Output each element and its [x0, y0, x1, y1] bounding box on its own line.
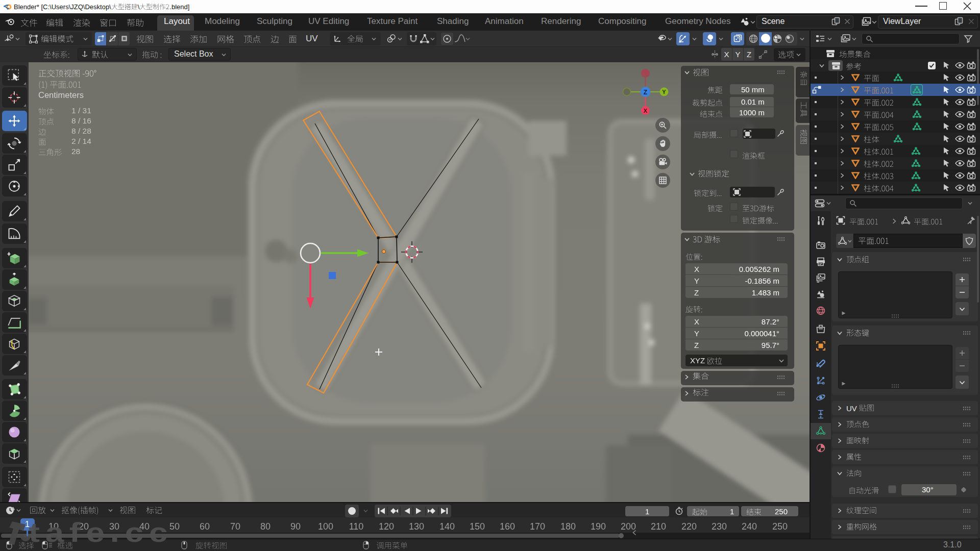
svg-text:Z: Z: [644, 89, 647, 96]
svg-text:Y: Y: [662, 89, 666, 95]
svg-text:X: X: [644, 108, 648, 114]
svg-text:tafe.cc: tafe.cc: [29, 517, 173, 548]
